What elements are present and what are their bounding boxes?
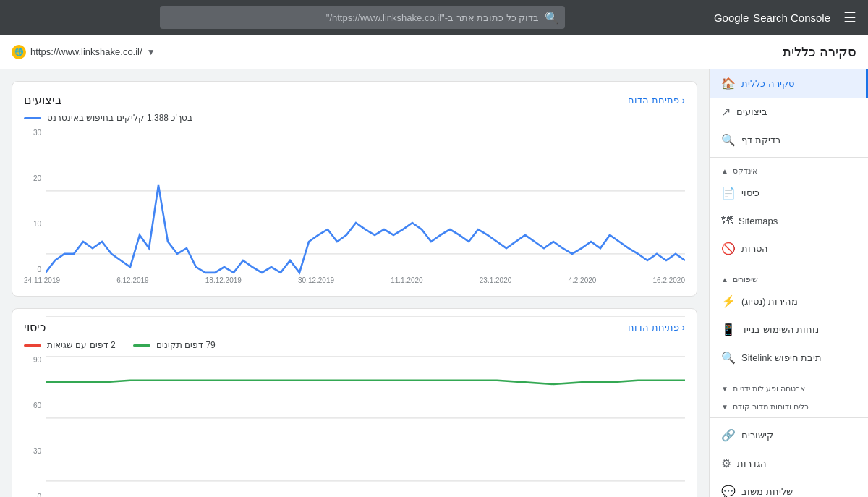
sidebar-item-performance[interactable]: ביצועים ↗ <box>710 98 868 126</box>
divider <box>710 375 868 375</box>
chevron-left-icon: ‹ <box>682 95 685 106</box>
chevron-down-icon[interactable]: ▼ <box>147 47 156 57</box>
sidebar-item-feedback[interactable]: שליחת משוב 💬 <box>710 477 868 497</box>
link-icon: 🔗 <box>721 428 736 442</box>
index-section-header[interactable]: אינדקס ▲ <box>710 161 868 179</box>
coverage-card: ‹ פתיחת הדוח כיסוי 79 דפים תקינים 2 דפים… <box>12 308 697 497</box>
coverage-legend: 79 דפים תקינים 2 דפים עם שגיאות <box>24 340 685 350</box>
performance-card-title: ביצועים <box>24 93 61 107</box>
performance-y-labels: 30 20 10 0 <box>24 129 46 273</box>
sidebar-item-settings[interactable]: הגדרות ⚙ <box>710 449 868 477</box>
coverage-legend-label-valid: 79 דפים תקינים <box>156 340 216 350</box>
performance-card-header: ‹ פתיחת הדוח ביצועים <box>24 93 685 107</box>
document-icon: 📄 <box>721 186 736 200</box>
header: 🔍 Google Search Console ☰ <box>0 0 868 35</box>
overview-label: סקירה כללית <box>741 78 794 89</box>
brand-logo: Google Search Console ☰ <box>714 9 856 26</box>
sidebar-item-overview[interactable]: סקירה כללית 🏠 <box>710 69 868 98</box>
coverage-card-title: כיסוי <box>24 320 46 334</box>
coverage-label: כיסוי <box>741 187 760 198</box>
performance-legend: בסך'כ 1,388 קליקים בחיפוש באינטרנט <box>24 113 685 123</box>
sidebar-item-sitelink[interactable]: תיבת חיפוש Sitelink 🔍 <box>710 344 868 372</box>
sidebar-item-speed[interactable]: מהירות (נסיוג) ⚡ <box>710 287 868 315</box>
feedback-label: שליחת משוב <box>741 486 793 497</box>
trending-up-icon: ↗ <box>721 105 731 119</box>
links-label: קישורים <box>741 430 773 441</box>
gear-icon: ⚙ <box>721 456 731 470</box>
chevron-up-icon: ▲ <box>721 167 728 175</box>
coverage-report-link[interactable]: ‹ פתיחת הדוח <box>628 322 685 333</box>
url-inspection-label: בדיקת דף <box>741 135 781 145</box>
sitelink-label: תיבת חיפוש Sitelink <box>741 352 822 363</box>
coverage-chart-area: 90 60 30 0 <box>24 356 685 497</box>
speed-label: מהירות (נסיוג) <box>741 296 798 307</box>
coverage-chart: 1 <box>46 356 685 497</box>
performance-chart-area: 30 20 10 0 <box>24 129 685 273</box>
sidebar-item-mobile[interactable]: נוחות השימוש בנייד 📱 <box>710 315 868 344</box>
removals-label: הסרות <box>741 243 768 254</box>
search-icon: 🔍 <box>721 133 736 147</box>
feedback-icon: 💬 <box>721 485 736 497</box>
page-title: סקירה כללית <box>783 44 856 60</box>
security-section-header[interactable]: אבטחה ופעולות ידניות ▼ <box>710 378 868 396</box>
performance-legend-dot <box>24 117 41 119</box>
divider <box>710 266 868 266</box>
sitelink-icon: 🔍 <box>721 351 736 365</box>
performance-legend-label: בסך'כ 1,388 קליקים בחיפוש באינטרנט <box>47 113 192 123</box>
chevron-up-icon: ▲ <box>721 276 728 284</box>
product-name: Search Console <box>753 12 830 24</box>
y-label: 30 <box>24 447 41 455</box>
site-selector[interactable]: 🌐 https://www.linkshake.co.il/ ▼ <box>12 45 156 59</box>
legacy-section-header[interactable]: כלים ודוחות מדור קודם ▼ <box>710 396 868 415</box>
coverage-legend-label-error: 2 דפים עם שגיאות <box>47 340 116 350</box>
divider <box>710 417 868 418</box>
mobile-icon: 📱 <box>721 323 736 336</box>
y-label: 0 <box>24 266 41 273</box>
performance-label: ביצועים <box>736 106 767 117</box>
valid-legend-dot <box>133 344 150 347</box>
improvements-section-header[interactable]: שיפורים ▲ <box>710 269 868 287</box>
coverage-card-header: ‹ פתיחת הדוח כיסוי <box>24 320 685 334</box>
y-label: 60 <box>24 402 41 409</box>
coverage-y-labels: 90 60 30 0 <box>24 356 46 497</box>
main-content: ‹ פתיחת הדוח ביצועים בסך'כ 1,388 קליקים … <box>0 69 709 497</box>
performance-card: ‹ פתיחת הדוח ביצועים בסך'כ 1,388 קליקים … <box>12 81 697 297</box>
sidebar-item-coverage[interactable]: כיסוי 📄 <box>710 179 868 207</box>
domain-icon: 🌐 <box>12 45 26 59</box>
security-section-label: אבטחה ופעולות ידניות <box>733 384 805 394</box>
block-icon: 🚫 <box>721 242 736 255</box>
sitemap-icon: 🗺 <box>721 214 733 227</box>
y-label: 20 <box>24 174 41 182</box>
search-icon[interactable]: 🔍 <box>545 11 559 25</box>
search-bar[interactable]: 🔍 <box>160 6 565 29</box>
sidebar-item-removals[interactable]: הסרות 🚫 <box>710 234 868 263</box>
divider <box>710 157 868 158</box>
y-label: 90 <box>24 356 41 364</box>
sidebar-item-url-inspection[interactable]: בדיקת דף 🔍 <box>710 126 868 154</box>
index-section-label: אינדקס <box>733 166 757 176</box>
performance-chart-svg <box>46 129 685 317</box>
performance-chart <box>46 129 685 273</box>
performance-report-link[interactable]: ‹ פתיחת הדוח <box>628 95 685 106</box>
speed-icon: ⚡ <box>721 294 736 308</box>
home-icon: 🏠 <box>721 77 736 90</box>
site-url: https://www.linkshake.co.il/ <box>30 46 142 57</box>
mobile-label: נוחות השימוש בנייד <box>741 324 819 335</box>
chevron-down-icon: ▼ <box>721 403 728 411</box>
sidebar-item-links[interactable]: קישורים 🔗 <box>710 421 868 449</box>
app-layout: ‹ פתיחת הדוח ביצועים בסך'כ 1,388 קליקים … <box>0 69 868 497</box>
legacy-section-label: כלים ודוחות מדור קודם <box>733 402 809 412</box>
y-label: 10 <box>24 220 41 228</box>
sidebar-item-sitemaps[interactable]: Sitemaps 🗺 <box>710 207 868 234</box>
chevron-down-icon: ▼ <box>721 385 728 393</box>
error-legend-dot <box>24 344 41 347</box>
search-input[interactable] <box>160 6 565 29</box>
sitemaps-label: Sitemaps <box>739 216 778 226</box>
sidebar: סקירה כללית 🏠 ביצועים ↗ בדיקת דף 🔍 אינדק… <box>709 69 868 497</box>
settings-label: הגדרות <box>737 458 767 469</box>
y-label: 0 <box>24 493 41 497</box>
coverage-chart-svg: 1 <box>46 356 685 497</box>
hamburger-icon[interactable]: ☰ <box>843 9 856 26</box>
chevron-left-icon: ‹ <box>682 322 685 333</box>
google-text: Google <box>714 12 749 24</box>
